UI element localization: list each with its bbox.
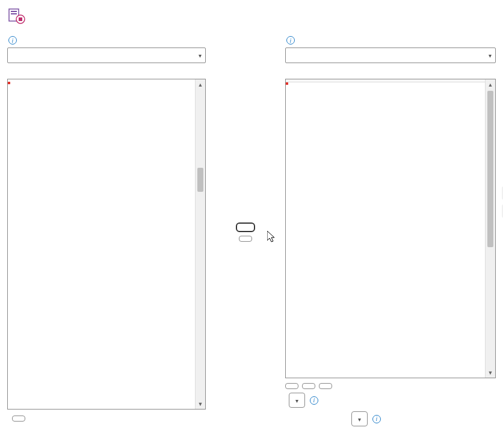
scroll-up[interactable]: ▲ [486, 79, 495, 90]
remove-button[interactable] [239, 236, 252, 242]
tree-heading [286, 79, 495, 82]
customize-ribbon-dropdown[interactable]: ▾ [285, 48, 496, 63]
rename-button[interactable] [319, 383, 332, 389]
info-icon[interactable]: i [310, 396, 318, 405]
chevron-down-icon: ▾ [489, 52, 492, 59]
new-tab-button[interactable] [285, 383, 298, 389]
highlight-annotation [286, 82, 288, 85]
scrollbar[interactable]: ▲ ▼ [485, 79, 495, 378]
reset-button[interactable]: ▾ [289, 393, 305, 408]
customize-shortcuts-button[interactable] [12, 416, 25, 422]
cursor-icon [267, 231, 276, 245]
choose-commands-dropdown[interactable]: ▾ [7, 48, 206, 63]
add-button[interactable] [236, 222, 255, 232]
info-icon[interactable]: i [372, 415, 381, 423]
highlight-annotation [8, 82, 10, 84]
choose-commands-label: i [7, 36, 206, 45]
scroll-thumb[interactable] [197, 168, 203, 192]
commands-listbox[interactable]: ▲ ▼ [7, 79, 206, 410]
scroll-up[interactable]: ▲ [196, 79, 205, 90]
ribbon-tree[interactable]: ▲ ▼ [285, 79, 496, 378]
new-group-button[interactable] [302, 383, 315, 389]
customize-ribbon-label: i [285, 36, 496, 45]
ribbon-customize-icon [7, 7, 28, 25]
scroll-down[interactable]: ▼ [196, 399, 205, 409]
scroll-thumb[interactable] [487, 91, 493, 247]
scrollbar[interactable]: ▲ ▼ [195, 79, 205, 409]
info-icon[interactable]: i [286, 36, 295, 44]
scroll-down[interactable]: ▼ [486, 367, 495, 378]
chevron-down-icon: ▾ [199, 52, 202, 59]
import-export-button[interactable]: ▾ [351, 411, 368, 426]
info-icon[interactable]: i [8, 36, 17, 44]
